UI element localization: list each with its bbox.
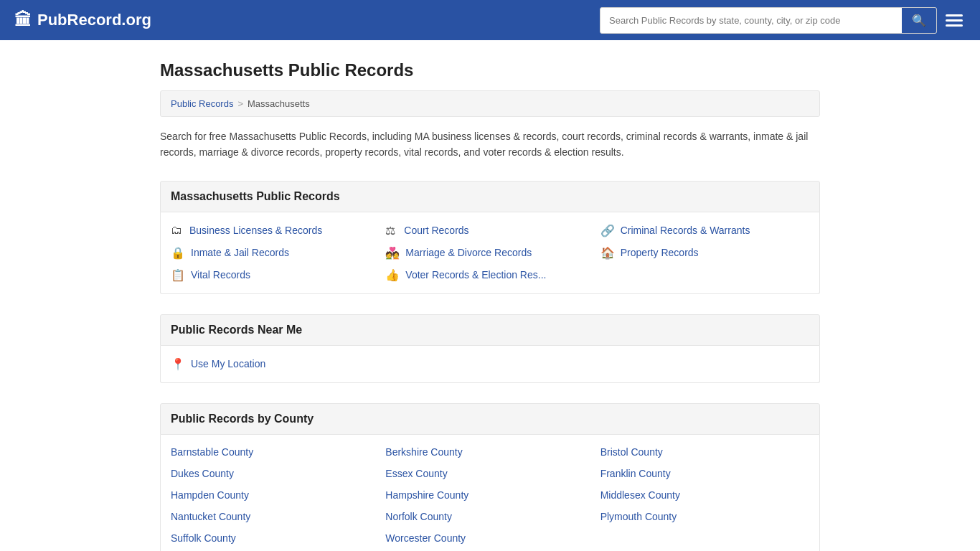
- county-item[interactable]: Essex County: [385, 468, 594, 479]
- record-item-marriage[interactable]: 💑 Marriage & Divorce Records: [385, 246, 594, 260]
- county-item[interactable]: Norfolk County: [385, 511, 594, 522]
- county-item[interactable]: Hampshire County: [385, 489, 594, 501]
- county-item[interactable]: Bristol County: [600, 446, 809, 458]
- logo-text: PubRecord.org: [37, 11, 151, 29]
- marriage-icon: 💑: [385, 246, 400, 260]
- hamburger-line-1: [946, 14, 963, 17]
- county-item[interactable]: Plymouth County: [600, 511, 809, 522]
- business-icon: 🗂: [171, 224, 184, 237]
- logo-icon: 🏛: [14, 10, 32, 30]
- record-label-voter: Voter Records & Election Res...: [405, 269, 546, 281]
- court-icon: ⚖: [385, 224, 398, 237]
- county-item[interactable]: Dukes County: [171, 468, 380, 479]
- use-location-label: Use My Location: [191, 358, 265, 369]
- records-section-heading: Massachusetts Public Records: [160, 181, 820, 212]
- page-description: Search for free Massachusetts Public Rec…: [160, 128, 820, 161]
- county-item[interactable]: Worcester County: [385, 532, 594, 544]
- search-bar: 🔍: [600, 7, 937, 34]
- county-item[interactable]: Franklin County: [600, 468, 809, 479]
- county-item[interactable]: Hampden County: [171, 489, 380, 501]
- near-me-section-body: 📍 Use My Location: [160, 346, 820, 383]
- hamburger-line-3: [946, 24, 963, 27]
- use-location-button[interactable]: 📍 Use My Location: [171, 357, 809, 371]
- record-item-business[interactable]: 🗂 Business Licenses & Records: [171, 224, 380, 237]
- location-pin-icon: 📍: [171, 357, 185, 371]
- record-label-vital: Vital Records: [191, 269, 250, 281]
- record-label-court: Court Records: [404, 225, 468, 236]
- record-item-voter[interactable]: 👍 Voter Records & Election Res...: [385, 268, 594, 282]
- record-item-property[interactable]: 🏠 Property Records: [600, 246, 809, 260]
- near-me-section-heading: Public Records Near Me: [160, 314, 820, 346]
- record-label-business: Business Licenses & Records: [189, 225, 322, 236]
- hamburger-menu-button[interactable]: [943, 11, 966, 29]
- record-item-inmate[interactable]: 🔒 Inmate & Jail Records: [171, 246, 380, 260]
- county-item[interactable]: Suffolk County: [171, 532, 380, 544]
- property-icon: 🏠: [600, 246, 615, 260]
- site-logo[interactable]: 🏛 PubRecord.org: [14, 10, 151, 30]
- main-content: Massachusetts Public Records Public Reco…: [146, 40, 834, 551]
- search-button[interactable]: 🔍: [902, 8, 936, 33]
- county-section-heading: Public Records by County: [160, 403, 820, 435]
- record-label-criminal: Criminal Records & Warrants: [621, 225, 750, 236]
- breadcrumb-parent-link[interactable]: Public Records: [171, 98, 233, 109]
- county-item[interactable]: Nantucket County: [171, 511, 380, 522]
- county-item[interactable]: Barnstable County: [171, 446, 380, 458]
- criminal-icon: 🔗: [600, 224, 615, 237]
- record-label-property: Property Records: [621, 247, 699, 258]
- header-right: 🔍: [600, 7, 966, 34]
- county-grid: Barnstable CountyBerkshire CountyBristol…: [171, 446, 809, 544]
- breadcrumb-separator: >: [237, 98, 243, 109]
- record-item-court[interactable]: ⚖ Court Records: [385, 224, 594, 237]
- county-section-body: Barnstable CountyBerkshire CountyBristol…: [160, 435, 820, 551]
- hamburger-line-2: [946, 19, 963, 22]
- vital-icon: 📋: [171, 268, 185, 282]
- records-grid: 🗂 Business Licenses & Records ⚖ Court Re…: [171, 224, 809, 282]
- search-input[interactable]: [600, 9, 902, 32]
- record-label-marriage: Marriage & Divorce Records: [405, 247, 532, 258]
- county-item[interactable]: Middlesex County: [600, 489, 809, 501]
- record-item-vital[interactable]: 📋 Vital Records: [171, 268, 380, 282]
- county-item[interactable]: Berkshire County: [385, 446, 594, 458]
- records-section: Massachusetts Public Records 🗂 Business …: [160, 181, 820, 294]
- breadcrumb-current: Massachusetts: [248, 98, 310, 109]
- county-section: Public Records by County Barnstable Coun…: [160, 403, 820, 551]
- voter-icon: 👍: [385, 268, 400, 282]
- record-label-inmate: Inmate & Jail Records: [191, 247, 289, 258]
- site-header: 🏛 PubRecord.org 🔍: [0, 0, 980, 40]
- record-item-criminal[interactable]: 🔗 Criminal Records & Warrants: [600, 224, 809, 237]
- breadcrumb: Public Records > Massachusetts: [160, 90, 820, 117]
- records-section-body: 🗂 Business Licenses & Records ⚖ Court Re…: [160, 212, 820, 294]
- page-title: Massachusetts Public Records: [160, 60, 820, 80]
- near-me-section: Public Records Near Me 📍 Use My Location: [160, 314, 820, 383]
- inmate-icon: 🔒: [171, 246, 185, 260]
